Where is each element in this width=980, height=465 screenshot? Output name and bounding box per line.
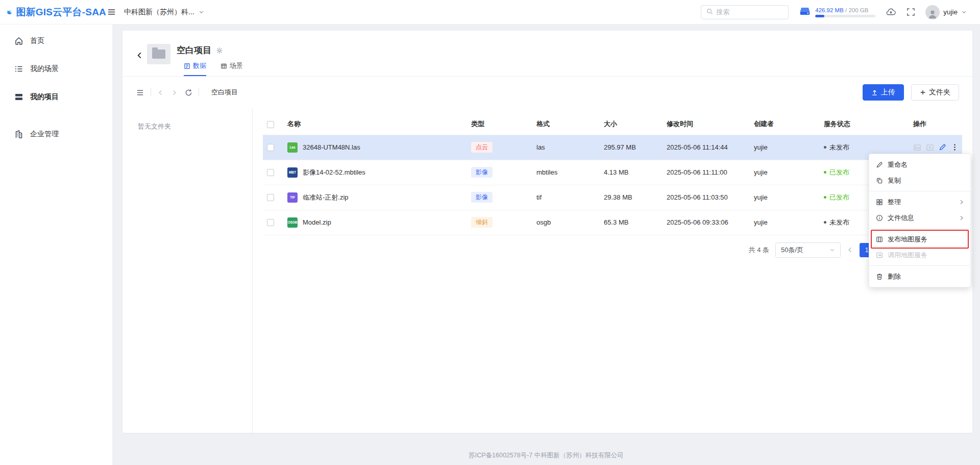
new-folder-button[interactable]: 文件夹 <box>911 84 959 101</box>
refresh-icon[interactable] <box>185 89 192 96</box>
avatar <box>925 5 940 19</box>
column-header-creator[interactable]: 创建者 <box>752 113 822 135</box>
page-title: 空白项目 <box>177 44 211 56</box>
sidebar-item-scenes[interactable]: 我的场景 <box>0 55 112 83</box>
search-input[interactable] <box>716 8 777 16</box>
sidebar-item-projects[interactable]: 我的项目 <box>0 83 112 111</box>
menu-item-rename[interactable]: 重命名 <box>869 157 970 173</box>
back-button[interactable] <box>136 51 143 60</box>
nav-forward-icon[interactable] <box>171 89 178 96</box>
file-size: 65.3 MB <box>602 210 665 235</box>
app-logo: 图新GIS云平台-SAA <box>0 6 106 19</box>
search-icon <box>706 8 713 17</box>
total-count: 共 4 条 <box>749 246 769 255</box>
file-name[interactable]: 临准站-正射.zip <box>303 193 349 202</box>
project-card: 空白项目 数据 场景 <box>122 31 972 433</box>
scene-icon <box>220 63 227 69</box>
file-toolbar: 空白项目 上传 文件夹 <box>122 77 972 108</box>
folder-icon <box>152 50 165 59</box>
list-icon <box>14 64 23 74</box>
sidebar-item-home[interactable]: 首页 <box>0 27 112 55</box>
breadcrumb[interactable]: 空白项目 <box>211 88 238 97</box>
row-checkbox[interactable] <box>267 219 274 226</box>
fullscreen-icon[interactable] <box>906 8 915 16</box>
menu-label: 删除 <box>888 272 901 281</box>
page-size-select[interactable]: 50条/页 <box>775 242 841 258</box>
status-badge: 未发布 <box>824 143 909 152</box>
menu-label: 调用地图服务 <box>888 251 927 260</box>
storage-used: 426.92 MB <box>815 7 844 13</box>
menu-item-publish-map-service[interactable]: 发布地图服务 <box>869 231 970 247</box>
table-row[interactable]: TIF 临准站-正射.zip 影像 tif 29.38 MB 2025-05-0… <box>263 185 962 210</box>
file-name[interactable]: 32648-UTM48N.las <box>303 143 360 151</box>
menu-item-file-info[interactable]: 文件信息 <box>869 210 970 226</box>
tab-scene[interactable]: 场景 <box>220 61 243 76</box>
upload-button[interactable]: 上传 <box>863 84 904 101</box>
file-format: tif <box>534 185 602 210</box>
storage-text: 426.92 MB / 200 GB <box>815 7 875 17</box>
org-switcher[interactable]: 中科图新（苏州）科... <box>124 8 204 17</box>
search-box[interactable] <box>701 5 789 19</box>
folder-tree-panel: 暂无文件夹 <box>122 108 253 433</box>
map-icon <box>876 236 883 243</box>
menu-label: 重命名 <box>888 160 908 169</box>
chevron-down-icon <box>829 247 835 253</box>
chevron-down-icon <box>961 9 967 15</box>
column-header-name[interactable]: 名称 <box>285 113 469 135</box>
table-row[interactable]: MBT 影像14-02-52.mbtiles 影像 mbtiles 4.13 M… <box>263 160 962 185</box>
column-header-size[interactable]: 大小 <box>602 113 665 135</box>
column-header-type[interactable]: 类型 <box>469 113 534 135</box>
file-table: 名称 类型 格式 大小 修改时间 创建者 服务状态 操作 <box>263 113 962 235</box>
tab-label: 场景 <box>230 61 243 70</box>
menu-item-organize[interactable]: 整理 <box>869 194 970 210</box>
home-icon <box>14 36 23 45</box>
prev-page-icon[interactable] <box>847 247 853 253</box>
main-area: 空白项目 数据 场景 <box>112 25 980 465</box>
status-dot <box>824 171 826 174</box>
row-checkbox[interactable] <box>267 144 274 151</box>
menu-label: 整理 <box>888 198 901 207</box>
grid-icon <box>876 199 883 206</box>
data-icon <box>184 63 190 69</box>
user-menu[interactable]: yujie <box>925 5 967 19</box>
cloud-sync-icon[interactable] <box>886 7 896 17</box>
menu-divider <box>869 228 970 229</box>
column-header-format[interactable]: 格式 <box>534 113 602 135</box>
sidebar-item-label: 企业管理 <box>30 130 59 139</box>
scene-view-icon[interactable] <box>926 143 934 152</box>
sidebar-item-label: 我的场景 <box>30 64 59 74</box>
row-checkbox[interactable] <box>267 169 274 176</box>
menu-item-delete[interactable]: 删除 <box>869 268 970 284</box>
menu-toggle-icon[interactable] <box>107 8 116 16</box>
column-header-status[interactable]: 服务状态 <box>822 113 911 135</box>
upload-label: 上传 <box>881 88 895 97</box>
menu-item-copy[interactable]: 复制 <box>869 173 970 188</box>
edit-icon[interactable] <box>939 143 946 151</box>
view-list-icon[interactable] <box>136 88 144 97</box>
upload-icon <box>871 89 878 96</box>
column-header-modified[interactable]: 修改时间 <box>665 113 752 135</box>
disk-icon <box>799 5 811 19</box>
more-actions-icon[interactable] <box>951 143 959 151</box>
file-format: mbtiles <box>534 160 602 185</box>
file-name[interactable]: 影像14-02-52.mbtiles <box>303 168 365 177</box>
gear-icon[interactable] <box>216 47 223 54</box>
storage-indicator: 426.92 MB / 200 GB <box>799 5 875 19</box>
row-checkbox[interactable] <box>267 194 274 201</box>
table-row[interactable]: OSGB Model.zip 倾斜 osgb 65.3 MB 2025-05-0… <box>263 210 962 235</box>
tab-data[interactable]: 数据 <box>184 61 206 76</box>
storage-progress-bar <box>815 15 875 17</box>
nav-back-icon[interactable] <box>157 89 164 96</box>
header-actions: 426.92 MB / 200 GB yujie <box>701 5 967 19</box>
modified-time: 2025-05-06 09:33:06 <box>665 210 752 235</box>
file-format: osgb <box>534 210 602 235</box>
file-name[interactable]: Model.zip <box>303 218 331 226</box>
preview-icon[interactable] <box>913 143 921 152</box>
sidebar-item-enterprise[interactable]: 企业管理 <box>0 120 112 148</box>
menu-divider <box>869 265 970 266</box>
file-table-area: 名称 类型 格式 大小 修改时间 创建者 服务状态 操作 <box>253 108 972 433</box>
divider <box>199 88 199 96</box>
select-all-checkbox[interactable] <box>267 121 274 128</box>
table-row[interactable]: Las 32648-UTM48N.las 点云 las 295.97 MB 20… <box>263 135 962 160</box>
type-badge: 倾斜 <box>471 217 493 228</box>
